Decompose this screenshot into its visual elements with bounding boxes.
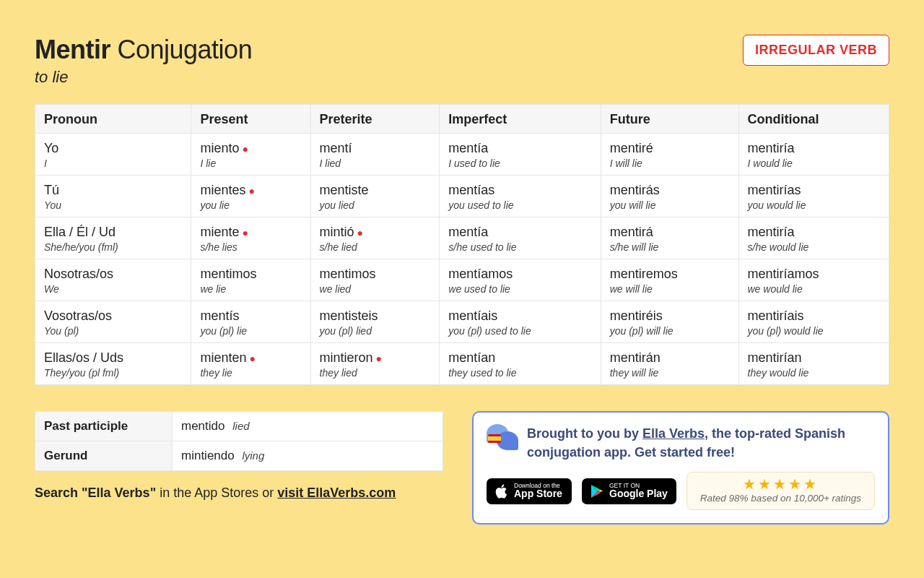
verb-meaning: to lie xyxy=(35,68,252,87)
search-rest: in the App Stores or xyxy=(156,486,277,500)
irregular-badge: IRREGULAR VERB xyxy=(743,35,889,66)
past-participle-label: Past participle xyxy=(35,412,173,441)
conj-cell: mentirías/he would lie xyxy=(738,217,889,259)
irregular-dot-icon: ● xyxy=(250,353,256,364)
conj-cell: mentíI lied xyxy=(310,134,440,176)
promo-box: Brought to you by Ella Verbs, the top-ra… xyxy=(472,411,889,525)
irregular-dot-icon: ● xyxy=(248,185,254,197)
conj-cell: mentisteyou lied xyxy=(310,176,440,217)
conj-cell: mintió●s/he lied xyxy=(310,217,440,259)
gerund-label: Gerund xyxy=(35,441,173,471)
conj-cell: mentíasyou used to lie xyxy=(440,176,601,217)
conj-cell: mentimoswe lied xyxy=(310,259,440,301)
irregular-dot-icon: ● xyxy=(376,353,382,364)
title-suffix: Conjugation xyxy=(110,35,252,64)
irregular-dot-icon: ● xyxy=(242,143,248,155)
col-header-1: Present xyxy=(191,105,310,134)
col-header-0: Pronoun xyxy=(35,105,191,134)
conj-cell: mentíanthey used to lie xyxy=(440,343,601,385)
conj-cell: mentimoswe lie xyxy=(191,259,310,301)
col-header-2: Preterite xyxy=(310,105,440,134)
table-row: YoImiento●I liementíI liedmentíaI used t… xyxy=(35,134,889,176)
verb-name: Mentir xyxy=(35,35,110,64)
conj-cell: mentiréisyou (pl) will lie xyxy=(601,301,738,343)
page-title: Mentir Conjugation xyxy=(35,35,252,65)
app-store-badge[interactable]: Download on theApp Store xyxy=(487,478,572,504)
conj-cell: mentías/he used to lie xyxy=(440,217,601,259)
conj-cell: mentíaI used to lie xyxy=(440,134,601,176)
conj-cell: miente●s/he lies xyxy=(191,217,310,259)
past-participle-cell: mentido lied xyxy=(173,412,443,441)
gerund-gloss: lying xyxy=(242,449,264,462)
col-header-3: Imperfect xyxy=(440,105,601,134)
search-line: Search "Ella Verbs" in the App Stores or… xyxy=(35,486,443,501)
table-row: Ellas/os / UdsThey/you (pl fml)mienten●t… xyxy=(35,343,889,385)
rating-text: Rated 98% based on 10,000+ ratings xyxy=(694,493,867,504)
irregular-dot-icon: ● xyxy=(242,227,248,238)
conj-cell: mentirás/he will lie xyxy=(601,217,738,259)
conj-cell: mentiríamoswe would lie xyxy=(738,259,889,301)
pronoun-cell: TúYou xyxy=(35,176,191,217)
col-header-5: Conditional xyxy=(738,105,889,134)
table-row: Vosotras/osYou (pl)mentísyou (pl) liemen… xyxy=(35,301,889,343)
past-participle-form: mentido xyxy=(181,419,225,433)
conj-cell: mentiríaisyou (pl) would lie xyxy=(738,301,889,343)
participles-table: Past participle mentido lied Gerund mint… xyxy=(35,411,443,471)
conj-cell: mentíaisyou (pl) used to lie xyxy=(440,301,601,343)
pronoun-cell: Nosotras/osWe xyxy=(35,259,191,301)
table-row: TúYoumientes●you liementisteyou liedment… xyxy=(35,176,889,217)
google-play-icon xyxy=(590,484,603,499)
pronoun-cell: Vosotras/osYou (pl) xyxy=(35,301,191,343)
conj-cell: mintieron●they lied xyxy=(310,343,440,385)
col-header-4: Future xyxy=(601,105,738,134)
conj-cell: mentíamoswe used to lie xyxy=(440,259,601,301)
promo-text: Brought to you by Ella Verbs, the top-ra… xyxy=(527,424,875,462)
conj-cell: mentiríaI would lie xyxy=(738,134,889,176)
gerund-cell: mintiendo lying xyxy=(173,441,443,471)
table-row: Nosotras/osWementimoswe liementimoswe li… xyxy=(35,259,889,301)
conj-cell: mentiríanthey would lie xyxy=(738,343,889,385)
search-bold: Search "Ella Verbs" xyxy=(35,486,156,500)
stars-icon: ★★★★★ xyxy=(694,477,867,491)
apple-icon xyxy=(495,484,508,499)
conj-cell: mentiremoswe will lie xyxy=(601,259,738,301)
google-play-badge[interactable]: GET IT ONGoogle Play xyxy=(582,478,676,504)
irregular-dot-icon: ● xyxy=(357,227,363,238)
chat-bubbles-icon xyxy=(487,424,518,450)
rating-box: ★★★★★ Rated 98% based on 10,000+ ratings xyxy=(687,472,875,510)
conjugation-table: PronounPresentPreteriteImperfectFutureCo… xyxy=(35,104,889,385)
past-participle-gloss: lied xyxy=(232,420,249,432)
pronoun-cell: Ellas/os / UdsThey/you (pl fml) xyxy=(35,343,191,385)
pronoun-cell: YoI xyxy=(35,134,191,176)
conj-cell: mentiránthey will lie xyxy=(601,343,738,385)
table-row: Ella / Él / UdShe/he/you (fml)miente●s/h… xyxy=(35,217,889,259)
conj-cell: mentirásyou will lie xyxy=(601,176,738,217)
conj-cell: mientes●you lie xyxy=(191,176,310,217)
conj-cell: miento●I lie xyxy=(191,134,310,176)
conj-cell: mentísyou (pl) lie xyxy=(191,301,310,343)
conj-cell: mentisteisyou (pl) lied xyxy=(310,301,440,343)
conj-cell: mentiréI will lie xyxy=(601,134,738,176)
gerund-form: mintiendo xyxy=(181,449,235,462)
pronoun-cell: Ella / Él / UdShe/he/you (fml) xyxy=(35,217,191,259)
ella-verbs-link[interactable]: Ella Verbs xyxy=(642,426,705,441)
visit-link[interactable]: visit EllaVerbs.com xyxy=(277,486,396,500)
conj-cell: mienten●they lie xyxy=(191,343,310,385)
conj-cell: mentiríasyou would lie xyxy=(738,176,889,217)
